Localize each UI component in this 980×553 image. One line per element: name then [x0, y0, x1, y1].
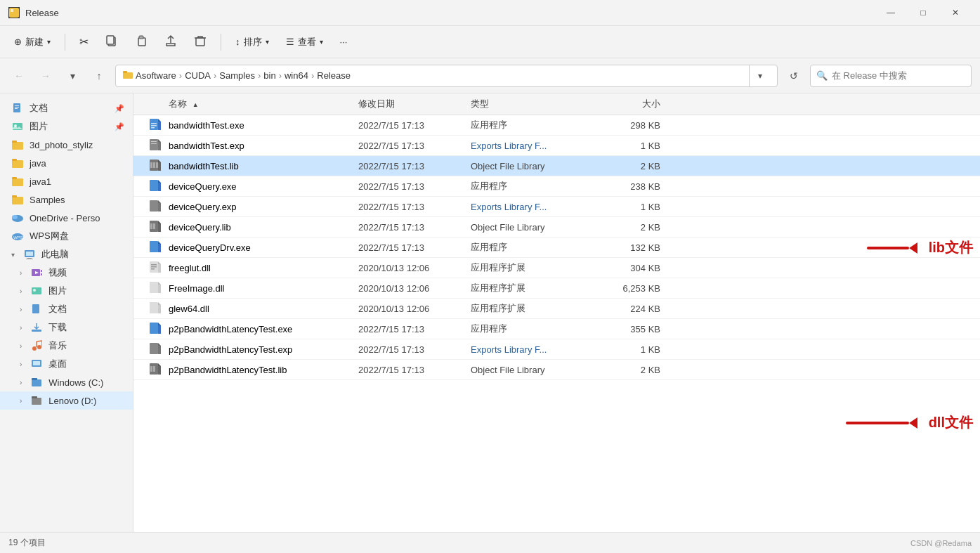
- cell-name: deviceQueryDrv.exe: [133, 241, 358, 254]
- view-button[interactable]: ☰ 查看 ▾: [280, 33, 329, 51]
- table-row[interactable]: bandwidthTest.lib 2022/7/15 17:13 Object…: [133, 156, 980, 176]
- col-header-name[interactable]: 名称 ▲: [133, 98, 358, 110]
- sidebar-item-java[interactable]: java: [0, 154, 133, 172]
- table-row[interactable]: deviceQuery.lib 2022/7/15 17:13 Object F…: [133, 217, 980, 238]
- more-button[interactable]: ···: [334, 34, 353, 50]
- cell-size: 304 KB: [604, 263, 674, 273]
- sidebar-item-pictures[interactable]: 图片 📌: [0, 117, 133, 136]
- sort-button[interactable]: ↕ 排序 ▾: [230, 33, 275, 51]
- svg-rect-57: [151, 143, 157, 144]
- sidebar-item-video[interactable]: › 视频: [0, 264, 133, 282]
- expand-pics-icon: ›: [20, 287, 22, 295]
- table-row[interactable]: bandwidthTest.exp 2022/7/15 17:13 Export…: [133, 136, 980, 156]
- cell-size: 238 KB: [604, 181, 674, 192]
- minimize-button[interactable]: —: [875, 0, 907, 26]
- cell-type: 应用程序: [471, 180, 604, 193]
- exp-icon: [148, 139, 163, 152]
- svg-rect-16: [12, 141, 17, 143]
- exe-icon: [148, 323, 163, 335]
- new-button[interactable]: ⊕ 新建 ▾: [8, 33, 56, 51]
- svg-rect-21: [12, 197, 23, 204]
- svg-rect-53: [150, 139, 158, 150]
- sidebar-item-3d[interactable]: 3d_photo_styliz: [0, 136, 133, 154]
- svg-rect-34: [41, 273, 42, 275]
- svg-rect-3: [107, 36, 114, 44]
- col-header-date[interactable]: 修改日期: [358, 98, 471, 110]
- dll-icon: [148, 302, 163, 315]
- sidebar-item-documents[interactable]: 文档 📌: [0, 99, 133, 117]
- sort-icon: ↕: [235, 37, 240, 47]
- svg-marker-94: [158, 343, 161, 346]
- svg-rect-1: [11, 9, 13, 12]
- sidebar-item-docs[interactable]: › 文档: [0, 300, 133, 318]
- svg-rect-35: [32, 287, 41, 294]
- table-row[interactable]: deviceQuery.exp 2022/7/15 17:13 Exports …: [133, 197, 980, 217]
- svg-rect-56: [151, 141, 157, 142]
- table-row[interactable]: p2pBandwidthLatencyTest.lib 2022/7/15 17…: [133, 360, 980, 380]
- dropdown-nav-button[interactable]: ▾: [62, 65, 83, 86]
- music-icon: [30, 339, 43, 352]
- cell-name: freeglut.dll: [133, 261, 358, 274]
- paste-button[interactable]: [129, 32, 153, 52]
- window-title: Release: [25, 8, 875, 18]
- search-box[interactable]: 🔍: [810, 65, 972, 87]
- svg-rect-100: [153, 366, 155, 372]
- table-row[interactable]: deviceQuery.exe 2022/7/15 17:13 应用程序 238…: [133, 176, 980, 197]
- svg-marker-88: [158, 302, 161, 305]
- cell-name: bandwidthTest.exe: [133, 119, 358, 131]
- cell-date: 2020/10/13 12:06: [358, 304, 471, 314]
- table-row[interactable]: glew64.dll 2020/10/13 12:06 应用程序扩展 224 K…: [133, 299, 980, 319]
- sidebar-item-pics[interactable]: › 图片: [0, 282, 133, 300]
- sidebar-item-lenovo-d[interactable]: › Lenovo (D:): [0, 391, 133, 410]
- path-part-4: bin: [263, 70, 275, 81]
- path-dropdown-button[interactable]: ▾: [749, 65, 770, 87]
- refresh-button[interactable]: ↺: [783, 65, 804, 86]
- table-row[interactable]: deviceQueryDrv.exe 2022/7/15 17:13 应用程序 …: [133, 238, 980, 258]
- sidebar-item-music[interactable]: › 音乐: [0, 337, 133, 355]
- search-input[interactable]: [832, 70, 965, 81]
- new-chevron-icon: ▾: [47, 38, 51, 46]
- share-button[interactable]: [159, 32, 183, 52]
- svg-rect-93: [150, 343, 158, 354]
- table-row[interactable]: p2pBandwidthLatencyTest.exp 2022/7/15 17…: [133, 339, 980, 360]
- col-header-type[interactable]: 类型: [471, 98, 604, 110]
- cell-date: 2022/7/15 17:13: [358, 181, 471, 192]
- table-row[interactable]: bandwidthTest.exe 2022/7/15 17:13 应用程序 2…: [133, 115, 980, 136]
- cut-button[interactable]: ✂: [74, 32, 94, 51]
- maximize-button[interactable]: □: [907, 0, 939, 26]
- address-path[interactable]: Asoftware › CUDA › Samples › bin › win64…: [115, 65, 778, 87]
- video-icon: [30, 266, 43, 279]
- cell-name: deviceQuery.exp: [133, 200, 358, 213]
- delete-button[interactable]: [188, 32, 212, 52]
- window-controls: — □ ✕: [875, 0, 972, 26]
- back-button[interactable]: ←: [8, 65, 30, 86]
- svg-marker-65: [158, 180, 161, 183]
- svg-marker-48: [158, 119, 161, 122]
- col-header-size[interactable]: 大小: [604, 98, 674, 110]
- up-button[interactable]: ↑: [89, 65, 110, 86]
- sidebar-item-windows-c[interactable]: › Windows (C:): [0, 373, 133, 391]
- copy-button[interactable]: [100, 32, 124, 52]
- sidebar-item-desktop[interactable]: › 桌面: [0, 355, 133, 373]
- svg-rect-28: [26, 252, 33, 256]
- sidebar-item-downloads[interactable]: › 下载: [0, 318, 133, 337]
- forward-button[interactable]: →: [35, 65, 56, 86]
- exe-icon: [148, 119, 163, 131]
- sidebar-item-onedrive[interactable]: OneDrive - Perso: [0, 209, 133, 227]
- exp-icon: [148, 343, 163, 356]
- svg-rect-69: [158, 203, 161, 212]
- table-row[interactable]: freeglut.dll 2020/10/13 12:06 应用程序扩展 304…: [133, 258, 980, 278]
- cell-type: 应用程序: [471, 119, 604, 131]
- toolbar-separator-1: [65, 34, 65, 51]
- dll-icon: [148, 282, 163, 294]
- column-headers: 名称 ▲ 修改日期 类型 大小: [133, 93, 980, 115]
- table-row[interactable]: p2pBandwidthLatencyTest.exe 2022/7/15 17…: [133, 319, 980, 339]
- sidebar-item-thispc[interactable]: ▾ 此电脑: [0, 245, 133, 264]
- close-button[interactable]: ✕: [939, 0, 972, 26]
- sidebar-item-java1[interactable]: java1: [0, 172, 133, 190]
- sidebar-item-samples[interactable]: Samples: [0, 190, 133, 209]
- cell-type: 应用程序扩展: [471, 302, 604, 315]
- sidebar-item-wps[interactable]: WPS WPS网盘: [0, 227, 133, 245]
- table-row[interactable]: FreeImage.dll 2020/10/13 12:06 应用程序扩展 6,…: [133, 278, 980, 299]
- svg-rect-62: [153, 162, 155, 168]
